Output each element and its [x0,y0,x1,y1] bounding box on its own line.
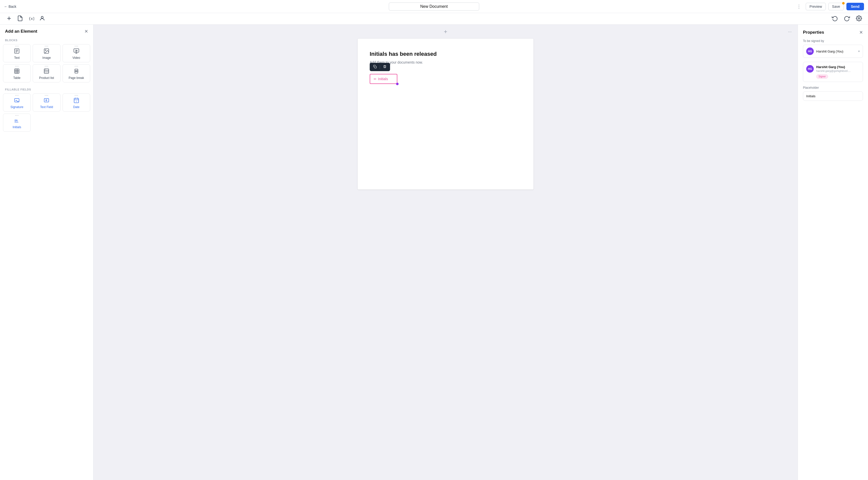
signer-avatar: HG [806,48,814,55]
field-signature-label: Signature [10,105,23,109]
block-video[interactable]: Video [63,44,90,62]
undo-button[interactable] [830,14,840,24]
add-element-button[interactable] [4,14,14,24]
preview-button[interactable]: Preview [806,3,826,10]
svg-text:{x}: {x} [29,17,34,21]
fillable-fields-section-label: FILLABLE FIELDS [0,85,93,92]
right-panel-header: Properties ✕ [803,30,863,35]
placeholder-section: Placeholder [803,86,863,101]
image-icon [43,48,50,54]
svg-rect-25 [75,69,78,70]
date-icon: 1 [73,97,80,103]
settings-button[interactable] [854,14,864,24]
toolbar2-right [830,14,864,24]
topbar-center [389,2,479,10]
blocks-section-label: BLOCKS [0,36,93,43]
file-button[interactable] [15,14,25,24]
block-text[interactable]: Text [3,44,31,62]
svg-text:IN: IN [14,119,18,122]
placeholder-input[interactable] [803,91,863,101]
initials-pencil-icon: ✏ [374,77,376,81]
variable-button[interactable]: {x} [26,14,36,24]
drag-handle [74,95,78,96]
block-image[interactable]: Image [33,44,60,62]
save-button[interactable]: Save [828,3,844,10]
table-icon [14,68,20,74]
chevron-down-icon: ▾ [858,50,860,53]
panel-title: Add an Element [5,29,37,34]
main-area: Add an Element ✕ BLOCKS Text Image [0,25,868,480]
field-initials[interactable]: IN Initials [3,114,31,132]
initials-resize-handle[interactable] [396,83,399,85]
drag-handle [45,95,48,96]
popup-copy-button[interactable] [372,64,378,70]
topbar: ← Back ⋮ Preview Save Send [0,0,868,13]
panel-header: Add an Element ✕ [0,25,93,36]
block-product-list[interactable]: $ Product list [33,64,60,83]
canvas-more-button[interactable]: ··· [788,29,792,34]
right-panel: Properties ✕ To be signed by HG Harshit … [798,25,868,480]
field-date[interactable]: 1 Date [63,93,90,112]
initials-field-text: Initials [378,77,388,81]
right-panel-title: Properties [803,30,824,35]
signer-card-info: Harshit Garg (You) harshit.garg@gohighle… [816,65,860,79]
drag-handle [15,46,19,47]
svg-text:T: T [45,99,47,102]
signature-icon [14,97,20,103]
popup-delete-button[interactable] [382,64,388,70]
canvas-top-row: + ··· [93,25,798,39]
popup-divider [380,65,380,69]
right-panel-close-button[interactable]: ✕ [859,30,863,35]
three-dots-button[interactable]: ⋮ [795,3,803,10]
toolbar2-left: {x} [4,14,47,24]
block-page-break[interactable]: Page break [63,64,90,83]
block-table[interactable]: Table [3,64,31,83]
toolbar2: {x} [0,13,868,25]
block-image-label: Image [42,56,51,60]
signer-card-email: harshit.garg@gohighlevel.... [816,69,860,72]
field-text-field[interactable]: T Text Field [33,93,60,112]
drag-handle [74,46,78,47]
svg-text:1: 1 [76,100,77,102]
signer-dropdown[interactable]: HG Harshit Garg (You) ▾ [803,45,863,58]
send-button[interactable]: Send [846,3,864,10]
product-list-icon: $ [43,68,50,74]
svg-rect-26 [75,71,78,73]
document-page: Initials has been released Add them to y… [358,39,533,189]
canvas-add-button[interactable]: + [444,28,447,35]
initials-field[interactable]: ✏ Initials [370,74,397,84]
fields-grid: Signature T Text Field 1 Date [0,92,93,135]
drag-handle [15,115,19,116]
document-heading: Initials has been released [370,51,521,57]
canvas-area: + ··· Initials has been released Add the… [93,25,798,480]
signer-card: HG Harshit Garg (You) harshit.garg@gohig… [803,62,863,82]
placeholder-label: Placeholder [803,86,863,89]
block-table-label: Table [13,76,21,80]
signer-badge: Signer [816,74,828,79]
drag-handle [15,66,19,67]
left-panel: Add an Element ✕ BLOCKS Text Image [0,25,93,480]
field-signature[interactable]: Signature [3,93,31,112]
redo-button[interactable] [842,14,852,24]
svg-rect-11 [74,49,79,52]
back-button[interactable]: ← Back [4,4,16,8]
field-text-field-label: Text Field [40,105,53,109]
field-date-label: Date [73,105,80,109]
document-title-input[interactable] [389,2,479,10]
signer-card-avatar: HG [806,65,814,72]
topbar-left: ← Back [4,4,16,8]
block-page-break-label: Page break [68,76,84,80]
to-be-signed-label: To be signed by [803,39,863,43]
drag-handle [45,66,48,67]
save-dot-indicator [842,2,845,4]
close-panel-button[interactable]: ✕ [84,29,88,34]
text-icon [14,48,20,54]
svg-point-4 [858,18,860,19]
drag-handle [15,95,19,96]
signer-dropdown-name: Harshit Garg (You) [816,50,856,53]
user-button[interactable] [37,14,47,24]
block-text-label: Text [14,56,20,60]
drag-handle [45,46,48,47]
initials-field-container[interactable]: ✏ Initials [370,74,397,84]
signer-card-name: Harshit Garg (You) [816,65,860,69]
